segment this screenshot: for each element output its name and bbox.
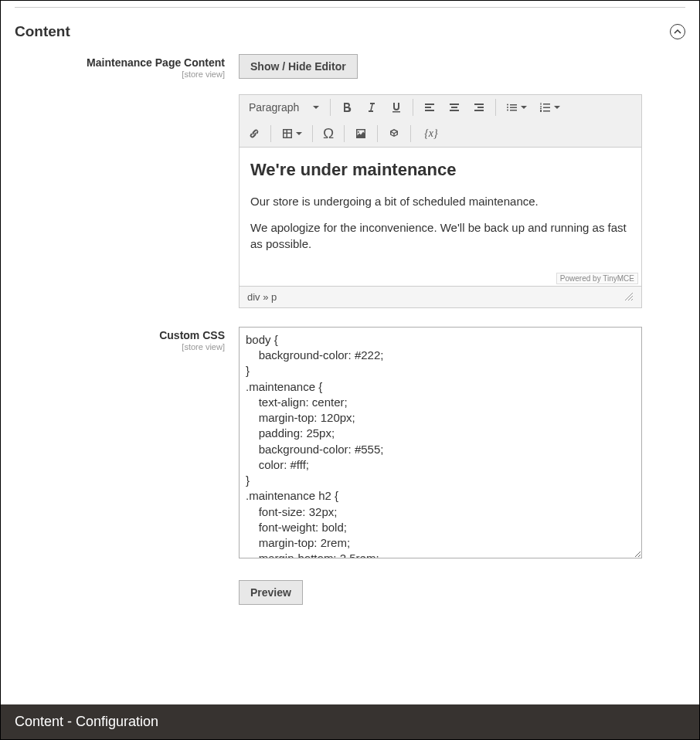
divider (15, 7, 685, 8)
align-left-button[interactable] (418, 97, 441, 118)
editor-toolbar: Paragraph (240, 95, 641, 148)
wysiwyg-editor: Paragraph (239, 94, 642, 308)
field-label: Custom CSS (15, 329, 225, 341)
editor-content-area[interactable]: We're under maintenance Our store is und… (240, 148, 641, 286)
separator (413, 99, 413, 116)
preview-button[interactable]: Preview (239, 580, 303, 605)
underline-button[interactable] (385, 97, 408, 118)
chevron-down-icon (521, 106, 527, 109)
footer-title-bar: Content - Configuration (1, 704, 699, 739)
separator (312, 125, 313, 142)
show-hide-editor-button[interactable]: Show / Hide Editor (239, 54, 358, 79)
format-label: Paragraph (249, 101, 299, 114)
field-label: Maintenance Page Content (15, 56, 225, 69)
footer-title: Content - Configuration (15, 714, 158, 729)
table-button[interactable] (276, 123, 308, 144)
align-right-button[interactable] (467, 97, 491, 118)
field-preview: Preview (15, 580, 685, 605)
collapse-icon[interactable] (670, 24, 685, 39)
section-title: Content (15, 23, 70, 40)
italic-button[interactable] (360, 97, 383, 118)
separator (410, 125, 411, 142)
image-button[interactable] (349, 123, 372, 144)
chevron-down-icon (554, 106, 560, 109)
content-paragraph: We apologize for the inconvenience. We'l… (250, 220, 630, 252)
resize-handle-icon[interactable] (624, 292, 634, 301)
numbered-list-button[interactable] (534, 97, 566, 118)
field-scope: [store view] (15, 70, 225, 79)
separator (377, 125, 378, 142)
special-char-button[interactable]: Ω (318, 121, 339, 145)
separator (330, 99, 331, 116)
field-custom-css: Custom CSS [store view] (15, 327, 685, 562)
field-scope: [store view] (15, 342, 225, 351)
bold-button[interactable] (335, 97, 358, 118)
format-dropdown[interactable]: Paragraph (243, 97, 325, 118)
powered-by-label: Powered by TinyMCE (556, 273, 638, 284)
widget-button[interactable] (382, 123, 406, 144)
chevron-down-icon (313, 106, 319, 109)
separator (270, 125, 271, 142)
field-maintenance-content: Maintenance Page Content [store view] Sh… (15, 54, 685, 308)
separator (344, 125, 345, 142)
element-path[interactable]: div » p (247, 291, 277, 303)
content-heading: We're under maintenance (250, 160, 630, 180)
editor-status-bar: div » p (240, 286, 641, 307)
bullet-list-button[interactable] (501, 97, 532, 118)
chevron-down-icon (296, 132, 302, 135)
section-header[interactable]: Content (15, 20, 685, 54)
separator (495, 99, 496, 116)
link-button[interactable] (243, 123, 266, 144)
align-center-button[interactable] (443, 97, 466, 118)
content-paragraph: Our store is undergoing a bit of schedul… (250, 194, 630, 209)
custom-css-textarea[interactable] (239, 327, 642, 558)
variable-button[interactable]: {x} (416, 123, 446, 144)
